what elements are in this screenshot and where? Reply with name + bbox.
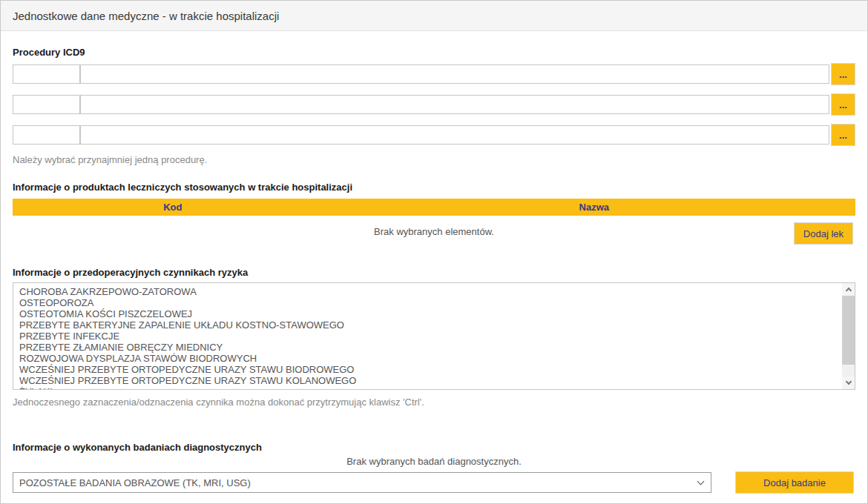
risk-factor-option[interactable]: PRZEBYTE BAKTERYJNE ZAPALENIE UKŁADU KOS… [19,319,835,331]
diagnostics-row: POZOSTAŁE BADANIA OBRAZOWE (TK, MRI, USG… [13,471,855,494]
scroll-up-button[interactable] [842,283,855,296]
titlebar: Jednostkowe dane medyczne - w trakcie ho… [1,1,867,31]
scrollbar[interactable] [842,283,855,389]
column-header-nazwa: Nazwa [333,202,855,213]
add-diagnostic-button[interactable]: Dodaj badanie [735,471,854,494]
icd9-code-input-1[interactable] [13,64,80,84]
add-medication-button[interactable]: Dodaj lek [794,222,853,245]
icd9-browse-button-1[interactable]: ... [831,63,855,85]
chevron-down-icon [845,379,851,385]
medications-empty-text: Brak wybranych elementów. [13,222,855,242]
medical-data-panel: Jednostkowe dane medyczne - w trakcie ho… [0,0,868,504]
content: Procedury ICD9 ... ... ... Należy wybrać… [1,47,867,504]
icd9-code-input-2[interactable] [13,95,80,114]
medications-empty-row: Brak wybranych elementów. Dodaj lek [13,222,855,245]
risk-factors-listbox[interactable]: CHOROBA ZAKRZEPOWO-ZATOROWA OSTEOPOROZA … [13,282,855,390]
icd9-name-input-2[interactable] [80,95,829,114]
diagnostics-empty-text: Brak wybranych badań diagnostycznych. [13,456,855,467]
icd9-row: ... [13,63,855,85]
risk-factor-option[interactable]: CHOROBA ZAKRZEPOWO-ZATOROWA [19,286,835,297]
column-header-kod: Kod [13,202,333,213]
risk-factors-options: CHOROBA ZAKRZEPOWO-ZATOROWA OSTEOPOROZA … [13,283,855,390]
page-title: Jednostkowe dane medyczne - w trakcie ho… [13,10,279,22]
diagnostics-heading: Informacje o wykonanych badaniach diagno… [13,442,855,453]
chevron-up-icon [845,288,851,294]
icd9-name-input-3[interactable] [80,125,829,145]
icd9-name-input-1[interactable] [80,64,829,84]
risk-factor-option[interactable]: PRZEBYTE INFEKCJE [19,331,835,342]
diagnostic-test-select[interactable]: POZOSTAŁE BADANIA OBRAZOWE (TK, MRI, USG… [13,472,711,493]
risk-factors-note: Jednoczesnego zaznaczenia/odznaczenia cz… [13,397,855,408]
icd9-row: ... [13,93,855,116]
icd9-code-input-3[interactable] [13,125,80,145]
scroll-down-button[interactable] [842,377,855,389]
procedures-note: Należy wybrać przynajmniej jedną procedu… [13,154,855,165]
risk-factor-option[interactable]: OSTEOTOMIA KOŚCI PISZCZELOWEJ [19,308,835,319]
icd9-browse-button-2[interactable]: ... [831,93,855,116]
risk-factor-option[interactable]: WCZEŚNIEJ PRZEBYTE ORTOPEDYCZNE URAZY ST… [19,364,835,375]
icd9-row: ... [13,124,855,146]
risk-factor-option[interactable]: ŻYLAKI [19,386,835,390]
risk-factor-option[interactable]: OSTEOPOROZA [19,297,835,308]
diagnostic-select-wrap: POZOSTAŁE BADANIA OBRAZOWE (TK, MRI, USG… [13,472,711,493]
risk-factors-heading: Informacje o przedoperacyjnych czynnikac… [13,267,855,278]
icd9-browse-button-3[interactable]: ... [831,124,855,146]
procedures-heading: Procedury ICD9 [13,47,855,58]
medications-table-header: Kod Nazwa [13,199,855,216]
risk-factor-option[interactable]: ROZWOJOWA DYSPLAZJA STAWÓW BIODROWYCH [19,353,835,364]
risk-factor-option[interactable]: WCZEŚNIEJ PRZEBYTE ORTOPEDYCZNE URAZY ST… [19,375,835,386]
risk-factor-option[interactable]: PRZEBYTE ZŁAMIANIE OBRĘCZY MIEDNICY [19,342,835,353]
medications-heading: Informacje o produktach leczniczych stos… [13,182,855,193]
scrollbar-thumb[interactable] [842,296,855,365]
